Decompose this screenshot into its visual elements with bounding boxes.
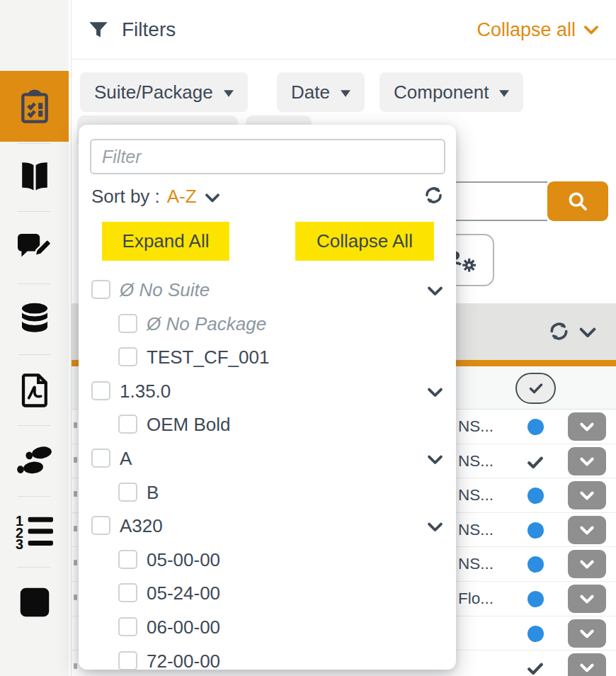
checkbox[interactable]	[118, 550, 137, 569]
tree-item[interactable]: A	[79, 442, 456, 476]
sidebar-divider	[18, 496, 51, 497]
row-actions-button[interactable]	[568, 585, 606, 613]
chevron-down-icon[interactable]	[426, 383, 445, 402]
tree-item-label: OEM Bold	[147, 408, 231, 442]
pdf-file-icon	[16, 371, 54, 409]
tree-item[interactable]: 72-00-00	[79, 645, 456, 670]
collapse-all-button[interactable]: Collapse All	[295, 222, 434, 261]
truncated-text-fragment	[74, 457, 77, 463]
tree-item[interactable]: 1.35.0	[79, 375, 456, 409]
row-label: NS...	[458, 410, 494, 444]
chevron-down-icon	[578, 452, 596, 471]
sidebar-item-steps[interactable]	[0, 425, 69, 496]
chevron-down-icon	[578, 658, 596, 676]
chevron-down-icon	[578, 486, 596, 505]
check-status-icon	[525, 658, 545, 676]
chevron-down-icon	[582, 21, 600, 39]
filter-chip-suite-package[interactable]: Suite/Package	[80, 72, 248, 112]
chevron-down-icon[interactable]	[577, 322, 598, 343]
row-actions-button[interactable]	[568, 653, 606, 676]
row-actions-button[interactable]	[568, 619, 606, 648]
tree-item[interactable]: Ø No Package	[79, 308, 456, 342]
row-actions-button[interactable]	[568, 412, 606, 441]
row-actions-button[interactable]	[568, 516, 606, 544]
tree-item-label: 1.35.0	[120, 375, 171, 409]
checkbox[interactable]	[118, 483, 137, 502]
checkbox[interactable]	[118, 415, 137, 434]
search-icon	[566, 190, 589, 213]
blue-status-dot	[527, 591, 544, 607]
refresh-icon[interactable]	[423, 184, 445, 206]
sidebar-item-stop[interactable]	[0, 567, 69, 638]
row-actions-button[interactable]	[568, 447, 606, 475]
page-title: Filters	[122, 18, 176, 41]
search-button[interactable]	[547, 181, 608, 221]
truncated-text-fragment	[74, 491, 77, 497]
row-actions-button[interactable]	[568, 550, 606, 578]
blue-status-dot	[527, 522, 544, 539]
row-label: Flo...	[458, 582, 494, 616]
tree-filter-input[interactable]	[90, 139, 445, 174]
chevron-down-icon[interactable]	[426, 450, 445, 469]
chevron-down-icon[interactable]	[426, 517, 445, 536]
row-actions-button[interactable]	[568, 481, 606, 509]
truncated-text-fragment	[74, 560, 77, 565]
tree-item[interactable]: 06-00-00	[79, 611, 456, 645]
filters-header: Filters Collapse all	[72, 0, 616, 60]
refresh-icon[interactable]	[547, 320, 571, 343]
checkbox[interactable]	[118, 583, 137, 602]
chevron-down-icon[interactable]	[203, 188, 222, 207]
chevron-down-icon	[578, 624, 596, 643]
filter-chip-date[interactable]: Date	[277, 72, 365, 112]
suite-package-dropdown: Sort by : A-Z Expand All Collapse All Ø …	[79, 125, 456, 670]
sidebar-divider	[18, 283, 51, 284]
tree-item[interactable]: A320	[79, 509, 456, 543]
tree-item[interactable]: OEM Bold	[79, 408, 456, 442]
row-label: NS...	[458, 513, 494, 548]
sidebar-divider	[18, 425, 51, 426]
sidebar-item-comments[interactable]	[0, 213, 69, 283]
tree-item-label: TEST_CF_001	[147, 341, 269, 375]
checkbox[interactable]	[118, 314, 137, 333]
chevron-down-icon[interactable]	[426, 281, 445, 300]
sidebar-item-library[interactable]	[0, 142, 69, 213]
filter-chip-component[interactable]: Component	[380, 72, 523, 112]
select-all-toggle[interactable]	[515, 373, 556, 404]
sidebar-divider	[18, 211, 51, 212]
tree-item-label: A	[120, 442, 132, 476]
numbered-list-icon: 1 2 3	[16, 512, 54, 551]
tree-item[interactable]: B	[79, 476, 456, 510]
checkbox[interactable]	[118, 347, 137, 366]
blue-status-dot	[527, 488, 544, 504]
sidebar-item-sequence[interactable]: 1 2 3	[0, 496, 69, 567]
tree-item-label: 05-24-00	[147, 577, 220, 611]
tree-item[interactable]: Ø No Suite	[79, 274, 456, 308]
chip-label: Component	[394, 81, 489, 103]
svg-text:3: 3	[16, 536, 23, 551]
expand-all-button[interactable]: Expand All	[102, 222, 229, 261]
collapse-all-label: Collapse all	[477, 19, 576, 41]
sidebar-item-tests[interactable]	[0, 71, 69, 142]
sort-order-value[interactable]: A-Z	[167, 186, 197, 208]
checkbox[interactable]	[91, 381, 110, 400]
tree-item[interactable]: TEST_CF_001	[79, 341, 456, 375]
sidebar-item-pdf[interactable]	[0, 354, 69, 425]
book-icon	[16, 158, 54, 196]
tree-item[interactable]: 05-24-00	[79, 577, 456, 611]
checkbox[interactable]	[118, 651, 137, 670]
tree-item[interactable]: 05-00-00	[79, 543, 456, 578]
checkbox[interactable]	[91, 516, 110, 535]
checkbox[interactable]	[91, 280, 110, 299]
sidebar-divider	[18, 567, 51, 568]
collapse-all-link[interactable]: Collapse all	[477, 0, 600, 60]
main-content: Filters Collapse all Suite/Package Date …	[71, 0, 616, 676]
sidebar: 1 2 3	[0, 0, 69, 676]
comment-edit-icon	[16, 229, 54, 267]
checkbox[interactable]	[91, 449, 110, 468]
chip-label: Date	[291, 81, 330, 103]
footprints-icon	[16, 441, 54, 480]
database-icon	[16, 300, 54, 338]
sidebar-item-data[interactable]	[0, 283, 69, 354]
checkbox[interactable]	[118, 617, 137, 636]
tree-item-label: 06-00-00	[147, 611, 220, 645]
